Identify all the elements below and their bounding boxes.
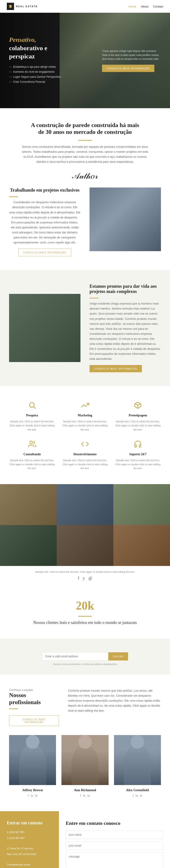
ready-cta-button[interactable]: CONSULTE MAIS INFORMAÇÃO: [89, 365, 142, 372]
team-gold-accent: [9, 708, 18, 709]
service-suporte-text: Sample text. Click to select the text bo…: [115, 459, 161, 470]
contact-address2: New York, NY 10110-0100: [7, 852, 52, 857]
team-subtitle: Conheça a equipe: [9, 688, 59, 692]
contact-address1: 17 Rock Str, 27 Avenue,: [7, 846, 52, 851]
hero-feature-3: Lugar Seguro para Ganhar Perspectiva: [9, 75, 85, 79]
contact-form-email-row: [66, 842, 163, 850]
service-consultando: Consultando Sample text. Click to select…: [9, 438, 55, 470]
jeffrey-linkedin1[interactable]: in: [31, 794, 33, 798]
ann-photo: [61, 735, 108, 785]
service-desenvolvimento-title: Desenvolvimento: [62, 453, 108, 456]
ready-title: Estamos prontos para dar vida aos projet…: [89, 284, 161, 294]
nav-link-contact[interactable]: Contact: [153, 5, 163, 8]
contact-right: Entre em contato conosco ENVIAR: [59, 811, 170, 868]
chart-icon: [79, 400, 91, 411]
service-pesquisa-title: Pesquisa: [9, 414, 55, 417]
ann-linkedin2[interactable]: in: [87, 794, 90, 798]
alex-photo: [114, 735, 161, 785]
stats-description: Nossos clientes leais e satisfeitos em t…: [9, 620, 161, 625]
hero-right: Turpis egestas integer eget aliquet nibh…: [102, 49, 161, 72]
service-pesquisa-text: Sample text. Click to select the text bo…: [9, 420, 55, 432]
signature: 𝒜𝓊𝓉𝒽𝑜𝓇: [9, 171, 161, 181]
gallery-footer: Sample text. Click to select the text bo…: [0, 566, 170, 585]
social-facebook[interactable]: f: [78, 576, 79, 581]
nav-links: Home About Contact: [129, 5, 163, 8]
ready-text-col: Estamos prontos para dar vida aos projet…: [89, 284, 161, 372]
team-member-jeffrey: Jeffrey Brown f in in: [9, 735, 56, 798]
service-consultando-title: Consultando: [9, 453, 55, 456]
gallery-item-3: [113, 484, 170, 525]
ann-facebook[interactable]: f: [80, 794, 81, 798]
social-youtube[interactable]: y: [83, 576, 85, 581]
social-instagram[interactable]: @: [88, 576, 92, 581]
logo-text: REAL ESTATE: [16, 5, 38, 8]
gallery-item-4: [0, 525, 57, 566]
ready-image-col: [9, 294, 81, 362]
alex-facebook[interactable]: f: [133, 794, 134, 798]
headset-icon: [132, 438, 143, 450]
services-grid: Pesquisa Sample text. Click to select th…: [9, 400, 161, 470]
contact-info: 1 (234) 567-891 1 (234) 987-654 17 Rock …: [7, 830, 52, 868]
service-marketing-text: Sample text. Click to select the text bo…: [62, 420, 108, 432]
hero-content: Pensativo, colaborativo e perspicaz Esta…: [0, 13, 170, 108]
working-cta-button[interactable]: CONSULTE MAIS INFORMAÇÃO: [18, 249, 71, 256]
gold-accent: [9, 196, 18, 197]
contact-email-input[interactable]: [66, 842, 163, 850]
service-suporte: Suporte 24/7 Sample text. Click to selec…: [115, 438, 161, 470]
alex-social: f in in: [114, 794, 161, 798]
logo-icon: [7, 3, 14, 10]
service-prototipagem-title: Prototipagem: [115, 414, 161, 417]
newsletter-email-input[interactable]: [42, 652, 108, 660]
gallery-item-6: [113, 525, 170, 566]
nav-link-home[interactable]: Home: [129, 5, 136, 8]
users-icon: [27, 438, 38, 450]
contact-message-input[interactable]: [66, 852, 163, 868]
contact-left-title: Entrar em contato: [7, 820, 52, 826]
ann-social: f in in: [61, 794, 108, 798]
team-title: Nossos profissionais: [9, 692, 59, 706]
working-columns: Trabalhando em projetos exclusivos Consi…: [9, 187, 161, 256]
team-member-ann: Ann Richmond f in in: [61, 735, 108, 798]
search-icon: [27, 400, 38, 411]
stats-section: 20k Nossos clientes leais e satisfeitos …: [0, 585, 170, 639]
contact-link-1[interactable]: Transferências locais: [7, 863, 30, 866]
jeffrey-facebook[interactable]: f: [28, 794, 29, 798]
stats-divider: [78, 616, 92, 617]
construction-intro: Somos uma construtora diversificada, for…: [22, 144, 148, 164]
hero-description: Turpis egestas integer eget aliquet nibh…: [102, 49, 161, 61]
team-member-alex: Alex Greenfield f in in: [114, 735, 161, 798]
newsletter-submit-button[interactable]: ENVIAR: [108, 652, 128, 660]
service-suporte-title: Suporte 24/7: [115, 453, 161, 456]
service-consultando-text: Sample text. Click to select the text bo…: [9, 459, 55, 470]
hero-title: Pensativo, colaborativo e perspicaz: [9, 36, 85, 60]
social-links: f y @: [9, 576, 161, 581]
hero-cta-button[interactable]: CONSULTE MAIS INFORMAÇÃO: [102, 65, 154, 72]
navbar: REAL ESTATE Home About Contact: [0, 0, 170, 13]
contact-name-input[interactable]: [66, 831, 163, 839]
alex-linkedin1[interactable]: in: [135, 794, 138, 798]
team-members-grid: Jeffrey Brown f in in Ann Richmond f in …: [9, 735, 161, 798]
construction-title: A construção de parede construída há mai…: [28, 122, 142, 135]
jeffrey-photo: [9, 735, 56, 785]
jeffrey-linkedin2[interactable]: in: [35, 794, 37, 798]
ready-section: Estamos prontos para dar vida aos projet…: [0, 270, 170, 386]
service-prototipagem-text: Sample text. Click to select the text bo…: [115, 420, 161, 432]
team-cta-button[interactable]: CONSULTE MAIS INFORMAÇÃO: [9, 715, 59, 726]
newsletter-form: ENVIAR: [42, 652, 128, 660]
svg-point-0: [30, 403, 34, 407]
ann-linkedin1[interactable]: in: [83, 794, 85, 798]
jeffrey-name: Jeffrey Brown: [9, 788, 56, 792]
service-desenvolvimento-text: Sample text. Click to select the text bo…: [62, 459, 108, 470]
alex-linkedin2[interactable]: in: [140, 794, 142, 798]
working-image-col: [89, 187, 161, 251]
logo[interactable]: REAL ESTATE: [7, 3, 38, 10]
box-icon: [132, 400, 143, 411]
nav-link-about[interactable]: About: [141, 5, 148, 8]
service-prototipagem: Prototipagem Sample text. Click to selec…: [115, 400, 161, 432]
contact-phone1: 1 (234) 567-891: [7, 830, 52, 835]
service-pesquisa: Pesquisa Sample text. Click to select th…: [9, 400, 55, 432]
hero-section: Pensativo, colaborativo e perspicaz Esta…: [0, 13, 170, 108]
ready-columns: Estamos prontos para dar vida aos projet…: [9, 284, 161, 372]
gallery-item-2: [57, 484, 113, 525]
alex-name: Alex Greenfield: [114, 788, 161, 792]
